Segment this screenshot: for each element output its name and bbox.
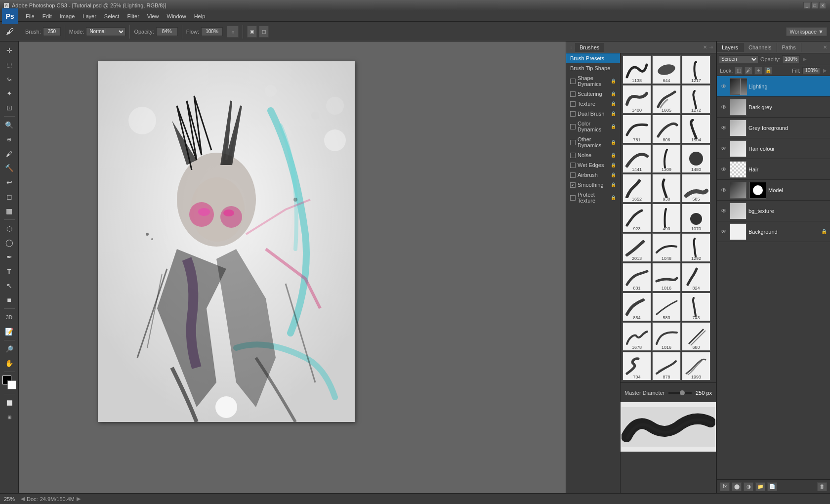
brush-cell-923[interactable]: 923 [622, 204, 651, 232]
layer-fx-btn[interactable]: fx [720, 482, 730, 491]
tab-layers[interactable]: Layers [717, 43, 744, 52]
quick-mask-btn[interactable]: ⬜ [2, 396, 16, 410]
tab-channels[interactable]: Channels [744, 43, 777, 52]
layer-visibility-bg-texture[interactable]: 👁 [720, 207, 728, 215]
brush-cell-1993[interactable]: 1993 [682, 352, 710, 380]
window-controls[interactable]: _ □ ✕ [803, 2, 826, 9]
blur-tool[interactable]: ◌ [2, 221, 16, 235]
fill-value[interactable] [802, 67, 820, 74]
brush-cell-1652[interactable]: 1652 [622, 174, 651, 203]
brush-cell-1217[interactable]: 1217 [682, 55, 710, 84]
brush-cell-1016-c[interactable]: 1016 [652, 322, 681, 351]
menu-filter[interactable]: Filter [123, 12, 143, 20]
layer-item-lighting[interactable]: 👁 Lighting [717, 76, 830, 97]
brush-cell-1504[interactable]: 1504 [682, 115, 710, 143]
clone-stamp-tool[interactable]: 🔨 [2, 161, 16, 175]
layer-item-hair[interactable]: 👁 Hair [717, 159, 830, 180]
eraser-tool[interactable]: ◻ [2, 190, 16, 204]
brush-cell-680[interactable]: 680 [682, 322, 710, 351]
lock-transparent-btn[interactable]: ◫ [735, 67, 743, 75]
close-btn[interactable]: ✕ [819, 2, 826, 9]
rectangular-marquee-tool[interactable]: ⬚ [2, 58, 16, 72]
layer-visibility-background[interactable]: 👁 [720, 228, 728, 236]
brush-cell-585[interactable]: 585 [682, 174, 710, 203]
preset-wet-edges[interactable]: Wet Edges 🔒 [566, 160, 620, 170]
preset-scattering[interactable]: Scattering 🔒 [566, 89, 620, 99]
new-layer-btn[interactable]: 📄 [767, 482, 777, 491]
healing-brush-tool[interactable]: ⊕ [2, 132, 16, 146]
preset-dual-brush[interactable]: Dual Brush 🔒 [566, 109, 620, 119]
brush-cell-1309[interactable]: 1309 [652, 144, 681, 173]
layer-visibility-grey-fg[interactable]: 👁 [720, 124, 728, 132]
delete-layer-btn[interactable]: 🗑 [817, 482, 827, 491]
clone-btn[interactable]: ◫ [259, 26, 269, 38]
layers-panel-close[interactable]: ✕ [820, 43, 830, 51]
airbrush-toggle[interactable]: ⬦ [227, 26, 239, 38]
layer-item-background[interactable]: 👁 Background 🔒 [717, 221, 830, 242]
brush-cell-2013[interactable]: 2013 [622, 233, 651, 262]
brush-cell-1441[interactable]: 1441 [622, 144, 651, 173]
brush-tool-icon[interactable]: 🖌 [3, 25, 17, 39]
status-right-arrow[interactable]: ▶ [77, 496, 81, 502]
layer-item-hair-colour[interactable]: 👁 Hair colour [717, 138, 830, 159]
brush-tool[interactable]: 🖌 [2, 147, 16, 161]
diameter-slider[interactable] [668, 392, 692, 394]
layer-mask-btn[interactable]: ⬤ [732, 482, 742, 491]
preset-smoothing[interactable]: Smoothing 🔒 [566, 180, 620, 190]
menu-window[interactable]: Window [163, 12, 190, 20]
preset-brush-tip-shape[interactable]: Brush Tip Shape [566, 63, 620, 73]
panel-expand[interactable]: ⇥ [709, 44, 713, 50]
notes-tool[interactable]: 📝 [2, 325, 16, 338]
brush-cell-704[interactable]: 704 [622, 352, 651, 380]
history-brush-tool[interactable]: ↩ [2, 175, 16, 189]
brush-cell-930[interactable]: 930 [652, 174, 681, 203]
pen-tool[interactable]: ✒ [2, 250, 16, 264]
brush-cell-1272[interactable]: 1272 [682, 85, 710, 114]
layer-visibility-model[interactable]: 👁 [720, 186, 728, 194]
mode-select[interactable]: Normal Multiply Screen Overlay [86, 27, 125, 36]
menu-edit[interactable]: Edit [39, 12, 56, 20]
shape-tool[interactable]: ■ [2, 293, 16, 307]
menu-image[interactable]: Image [56, 12, 79, 20]
lock-position-btn[interactable]: + [754, 67, 762, 75]
brush-cell-1400[interactable]: 1400 [622, 85, 651, 114]
status-left-arrow[interactable]: ◀ [21, 496, 25, 502]
brush-cell-781[interactable]: 781 [622, 115, 651, 143]
preset-noise[interactable]: Noise 🔒 [566, 150, 620, 160]
flow-input[interactable] [201, 27, 223, 36]
new-adjustment-layer-btn[interactable]: ◑ [744, 482, 753, 491]
layer-visibility-hair[interactable]: 👁 [720, 166, 728, 173]
brush-cell-854[interactable]: 854 [622, 293, 651, 321]
dodge-tool[interactable]: ◯ [2, 236, 16, 250]
lock-image-btn[interactable]: 🖌 [745, 67, 752, 75]
minimize-btn[interactable]: _ [803, 2, 810, 9]
menu-help[interactable]: Help [190, 12, 209, 20]
brushes-tab[interactable]: Brushes [575, 43, 604, 52]
diameter-slider-thumb[interactable] [680, 390, 685, 395]
quick-select-tool[interactable]: ✦ [2, 86, 16, 100]
screen-mode-btn[interactable]: ⊞ [2, 410, 16, 424]
layer-visibility-hair-colour[interactable]: 👁 [720, 145, 728, 153]
preset-other-dynamics[interactable]: Other Dynamics 🔒 [566, 134, 620, 150]
brush-cell-1480[interactable]: 1480 [682, 144, 710, 173]
crop-tool[interactable]: ⊡ [2, 101, 16, 115]
preset-brush-presets[interactable]: Brush Presets [566, 53, 620, 63]
brushes-close[interactable]: ✕ [703, 44, 707, 50]
blend-mode-select[interactable]: Screen Normal Multiply Overlay Soft Ligh… [719, 55, 758, 63]
maximize-btn[interactable]: □ [811, 2, 818, 9]
brush-cell-806[interactable]: 806 [652, 115, 681, 143]
zoom-tool[interactable]: 🔎 [2, 342, 16, 356]
brush-cell-1678[interactable]: 1678 [622, 322, 651, 351]
foreground-background-color[interactable] [2, 376, 16, 390]
layer-item-dark-grey[interactable]: 👁 Dark grey [717, 97, 830, 118]
brush-cell-743[interactable]: 743 [682, 293, 710, 321]
brush-cell-1138[interactable]: 1138 [622, 55, 651, 84]
layer-visibility-dark-grey[interactable]: 👁 [720, 103, 728, 111]
preset-shape-dynamics[interactable]: Shape Dynamics 🔒 [566, 73, 620, 89]
menu-select[interactable]: Select [100, 12, 124, 20]
3d-tool[interactable]: 3D [2, 310, 16, 324]
brush-cell-493[interactable]: 493 [652, 204, 681, 232]
menu-view[interactable]: View [143, 12, 163, 20]
path-select-tool[interactable]: ↖ [2, 279, 16, 293]
brush-cell-1016-b[interactable]: 1016 [652, 263, 681, 292]
